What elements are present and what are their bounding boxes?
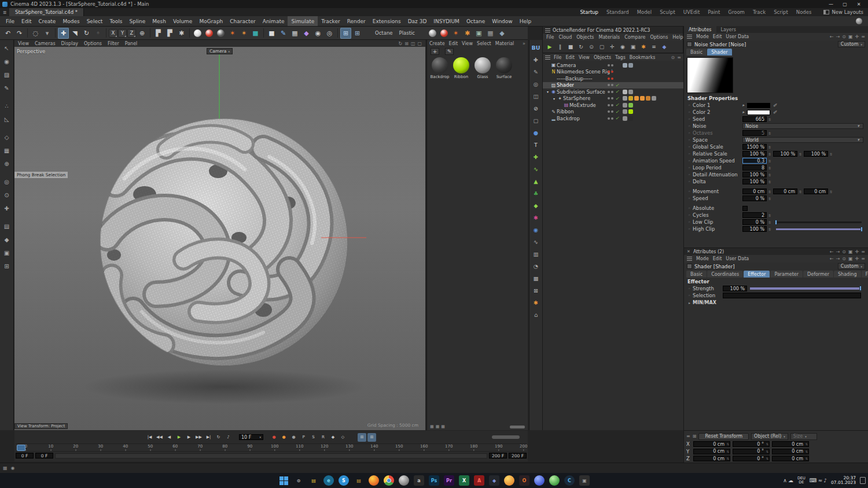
object-row-backup[interactable]: -----Backup----- [543, 75, 683, 82]
octane-menu-icon[interactable]: ≡ [649, 42, 659, 51]
layout-tab-startup[interactable]: Startup [576, 8, 602, 16]
history-back-icon[interactable]: ← [830, 256, 834, 261]
timeline-tick[interactable]: 170 [445, 444, 453, 451]
material-size-slider[interactable] [510, 426, 525, 428]
new-panel-icon[interactable]: ✛ [855, 256, 859, 261]
last-tool-icon[interactable]: ◦ [93, 28, 104, 39]
menu-octane[interactable]: Octane [463, 16, 488, 26]
coordinate-system-icon[interactable]: ⊕ [137, 28, 148, 39]
visibility-dot-render[interactable] [611, 110, 613, 113]
preset2-dropdown[interactable]: Custom [838, 263, 865, 269]
history-back-icon[interactable]: ← [830, 34, 834, 39]
taskbar-octane[interactable]: O [519, 475, 529, 486]
saturn-ball-icon[interactable] [215, 28, 226, 39]
menu-tracker[interactable]: Tracker [318, 16, 343, 26]
volume-icon[interactable]: ◉ [312, 28, 323, 39]
coord-field[interactable]: 0 cm [772, 441, 809, 447]
octane-play-icon[interactable]: ▶ [545, 42, 554, 51]
home-command-icon[interactable]: ⌂ [531, 310, 541, 319]
visibility-dot-editor[interactable] [608, 110, 610, 113]
preview-start-field[interactable]: 0 F [35, 453, 53, 459]
tag-icon[interactable] [640, 96, 645, 101]
next-frame-button[interactable]: ▶ [185, 433, 193, 442]
visibility-dot-editor[interactable] [608, 91, 610, 93]
timeline-tick[interactable]: 40 [123, 444, 128, 451]
undo-icon[interactable]: ↶ [2, 28, 13, 39]
objmgr-menu-tags[interactable]: Tags [615, 55, 626, 60]
strength-handle[interactable] [859, 286, 862, 291]
object-row-subdivision-surface[interactable]: ▾◉Subdivision Surface✓ [543, 88, 683, 95]
enabled-check-icon[interactable]: ✓ [615, 96, 620, 101]
anim-dot-icon[interactable]: ◦ [687, 172, 693, 178]
taskbar-folder[interactable]: ▤ [354, 475, 364, 486]
octane-flame-icon[interactable]: ✶ [227, 28, 238, 39]
anim-dot-icon[interactable]: ◦ [687, 158, 693, 164]
attr2-panel-icon[interactable] [687, 257, 692, 261]
history-forward-icon[interactable]: → [836, 256, 840, 261]
scale-tool-icon[interactable]: ◥ [69, 28, 80, 39]
starsphere-render[interactable] [14, 47, 425, 430]
timeline-tick[interactable]: 150 [395, 444, 403, 451]
scene-start-field[interactable]: 0 F [16, 453, 34, 459]
head-command-icon[interactable]: ◔ [531, 261, 541, 271]
stepper-icon[interactable]: ⇅ [829, 190, 832, 194]
taskbar-acrobat[interactable]: A [474, 475, 484, 486]
camera-tag[interactable]: Camera [207, 48, 233, 54]
menu-render[interactable]: Render [344, 16, 369, 26]
object-row-backdrop[interactable]: ▂Backdrop✓ [543, 115, 683, 122]
attr-dropdown[interactable]: Noise▾ [742, 123, 863, 129]
record-keyframe-button[interactable]: ● [270, 433, 278, 442]
lock-z-axis-button[interactable]: Z [127, 29, 136, 38]
menu-extensions[interactable]: Extensions [369, 16, 404, 26]
stepper-icon[interactable]: ⇅ [768, 227, 771, 231]
tag-icon[interactable] [623, 63, 627, 68]
material-ribbon[interactable]: Ribbon [452, 57, 470, 79]
new-panel-icon[interactable]: ✛ [855, 34, 859, 39]
array-grid2-icon[interactable]: ⊞ [352, 28, 363, 39]
visibility-dot-render[interactable] [611, 71, 613, 73]
octane-pick-icon[interactable]: ⊙ [587, 42, 596, 51]
anim-dot-icon[interactable]: ◦ [687, 138, 693, 143]
stepper-icon[interactable]: ⇅ [829, 152, 832, 156]
attr-value-field[interactable]: 5 [742, 130, 767, 136]
menu-simulate[interactable]: Simulate [288, 16, 318, 26]
viewport-label[interactable]: Perspective [17, 49, 45, 54]
anim-dot-icon[interactable]: ◦ [687, 196, 693, 201]
taskbar-gray-ball[interactable] [399, 475, 409, 486]
coord-menu-icon[interactable]: ≡ [686, 434, 690, 439]
coord-field[interactable]: 0 cm [693, 449, 730, 454]
lock-y-axis-button[interactable]: Y [118, 29, 127, 38]
attr2-menu-edit[interactable]: Edit [713, 256, 722, 261]
lock-icon[interactable]: ▣ [848, 249, 853, 254]
taskbar-photoshop[interactable]: Ps [429, 475, 439, 486]
window-menu-icon[interactable]: ≣ [0, 8, 9, 16]
expander-icon[interactable]: ▾ [545, 90, 550, 94]
taskbar-dark-app[interactable]: ◆ [489, 475, 499, 486]
enabled-check-icon[interactable]: ✓ [615, 109, 620, 114]
attr2-menu-mode[interactable]: Mode [696, 256, 709, 261]
visibility-dot-render[interactable] [611, 117, 613, 120]
anim-dot-icon[interactable]: ◦ [687, 103, 693, 108]
attr-panel-icon[interactable] [687, 35, 692, 39]
anim-dot-icon[interactable]: ◦ [687, 227, 693, 232]
make-editable-icon[interactable]: ↖ [2, 43, 12, 53]
material-glass[interactable]: Glass [473, 57, 492, 79]
octane-red-ball-icon[interactable] [439, 28, 450, 39]
clock[interactable]: 20:37 07.01.2023 [831, 476, 856, 486]
add-primitive-icon[interactable]: ■ [266, 28, 277, 39]
timeline-tick[interactable]: 20 [73, 444, 78, 451]
deformer-icon[interactable]: ◆ [301, 28, 312, 39]
snap-toggle-button[interactable]: ⊞ [358, 433, 366, 442]
taskbar-firefox[interactable] [369, 475, 379, 486]
taskbar-orange-ball[interactable] [504, 475, 514, 486]
visibility-dot-editor[interactable] [608, 117, 610, 120]
redo-icon[interactable]: ↷ [14, 28, 25, 39]
play-forward-button[interactable]: ▶ [175, 433, 183, 442]
stepper-icon[interactable]: ⇅ [768, 197, 771, 201]
history-forward-icon[interactable]: → [836, 249, 840, 254]
attr-value-field[interactable]: 8 [742, 165, 767, 171]
strength-slider[interactable] [750, 287, 862, 290]
attr-slider[interactable] [776, 228, 862, 230]
text-command-icon[interactable]: T [531, 140, 541, 149]
snap-icon[interactable]: ⊙ [2, 190, 12, 200]
